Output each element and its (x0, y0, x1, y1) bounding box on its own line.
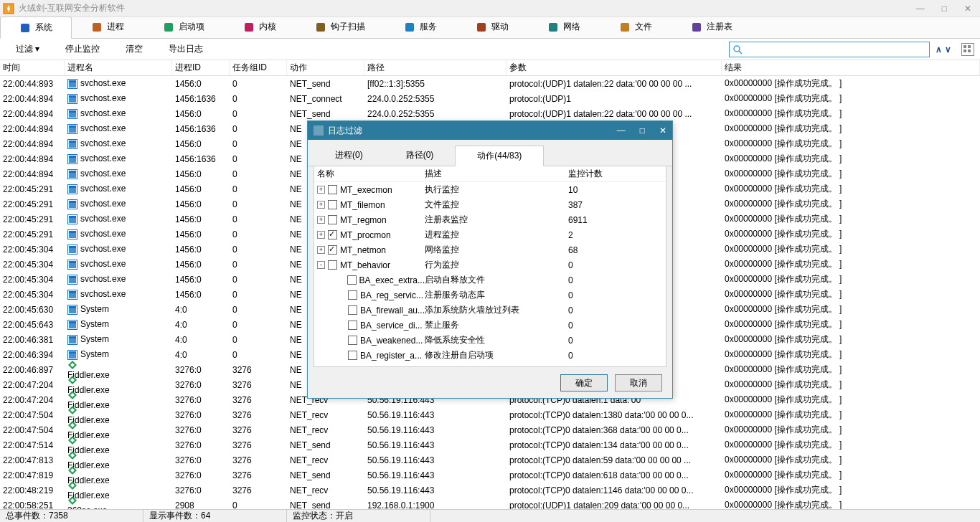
tree-toggle-icon[interactable]: + (317, 231, 325, 239)
dialog-title-bar[interactable]: 日志过滤 — □ ✕ (308, 121, 672, 140)
filter-item[interactable]: BA_exec_extra...启动自释放文件0 (314, 272, 666, 288)
dialog-close[interactable]: ✕ (659, 125, 666, 136)
filter-item[interactable]: BA_register_a...修改注册自启动项0 (314, 348, 666, 363)
ok-button[interactable]: 确定 (560, 374, 608, 392)
search-input[interactable] (743, 44, 926, 54)
col-params[interactable]: 参数 (507, 60, 722, 75)
tree-toggle-icon[interactable]: + (317, 186, 325, 194)
tab-5[interactable]: 服务 (385, 16, 456, 38)
table-row[interactable]: 22:00:44:894svchost.exe1456:16360NET_con… (0, 91, 980, 106)
checkbox[interactable] (348, 290, 357, 300)
checkbox[interactable] (328, 185, 337, 194)
col-result[interactable]: 结果 (722, 60, 980, 75)
search-box[interactable] (729, 42, 930, 57)
svg-rect-2 (21, 24, 29, 32)
filter-item[interactable]: +MT_netmon网络监控68 (314, 242, 666, 257)
close-button[interactable]: ✕ (964, 4, 971, 14)
main-tabs: 系统进程启动项内核钩子扫描服务驱动网络文件注册表 (0, 17, 980, 39)
col-task[interactable]: 任务组ID (230, 60, 287, 75)
dlg-col-count[interactable]: 监控计数 (568, 168, 626, 180)
filter-item[interactable]: +MT_filemon文件监控387 (314, 197, 666, 212)
checkbox[interactable] (328, 200, 337, 209)
filter-item[interactable]: +MT_execmon执行监控10 (314, 182, 666, 197)
col-process[interactable]: 进程名 (65, 60, 172, 75)
svg-rect-10 (621, 23, 629, 32)
checkbox[interactable] (328, 215, 337, 224)
checkbox[interactable] (328, 260, 337, 270)
tree-toggle-icon[interactable]: + (317, 216, 325, 224)
minimize-button[interactable]: — (916, 4, 925, 14)
tab-6[interactable]: 驱动 (456, 16, 528, 38)
tab-8[interactable]: 文件 (600, 16, 672, 38)
dlg-col-desc[interactable]: 描述 (425, 168, 568, 180)
maximize-button[interactable]: □ (942, 4, 947, 14)
tab-icon (547, 22, 559, 33)
table-row[interactable]: 22:00:44:894svchost.exe1456:00NET_send22… (0, 106, 980, 121)
checkbox[interactable] (348, 351, 357, 360)
tab-9[interactable]: 注册表 (672, 16, 752, 38)
svg-rect-6 (316, 23, 325, 32)
dlg-col-name[interactable]: 名称 (317, 168, 425, 180)
tree-toggle-icon[interactable]: - (317, 261, 325, 269)
svg-rect-16 (963, 49, 966, 52)
dialog-title: 日志过滤 (328, 125, 617, 137)
checkbox[interactable] (328, 230, 337, 239)
svg-line-13 (739, 51, 742, 54)
grid-view-button[interactable] (961, 43, 974, 56)
tree-toggle-icon[interactable]: + (317, 201, 325, 209)
col-time[interactable]: 时间 (0, 60, 65, 75)
export-log-button[interactable]: 导出日志 (159, 40, 213, 58)
svg-rect-8 (477, 23, 486, 32)
dialog-minimize[interactable]: — (617, 125, 626, 136)
filter-button[interactable]: 过滤 ▾ (6, 40, 50, 58)
svg-rect-35 (69, 201, 76, 203)
tree-toggle-icon[interactable]: + (317, 246, 325, 254)
dialog-tab-2[interactable]: 动作(44/83) (455, 146, 544, 166)
status-monitor: 监控状态：开启 (287, 510, 430, 522)
tab-1[interactable]: 进程 (72, 16, 143, 38)
nav-down-button[interactable]: ∨ (945, 44, 951, 54)
svg-rect-3 (93, 23, 101, 32)
tab-3[interactable]: 内核 (224, 16, 296, 38)
checkbox[interactable] (348, 305, 357, 315)
filter-item[interactable]: BA_weakened...降低系统安全性0 (314, 333, 666, 348)
nav-up-button[interactable]: ∧ (936, 44, 942, 54)
title-bar: 火绒剑-互联网安全分析软件 — □ ✕ (0, 0, 980, 17)
svg-rect-11 (692, 23, 701, 32)
col-action[interactable]: 动作 (287, 60, 364, 75)
checkbox[interactable] (348, 321, 357, 330)
svg-rect-15 (968, 45, 971, 48)
table-row[interactable]: 22:00:44:893svchost.exe1456:00NET_send[f… (0, 76, 980, 91)
table-row[interactable]: 22:00:58:251360se.exe29080NET_send192.16… (0, 498, 980, 509)
tab-2[interactable]: 启动项 (143, 16, 224, 38)
dialog-tab-0[interactable]: 进程(0) (314, 146, 385, 166)
tab-icon (91, 22, 103, 33)
svg-rect-7 (405, 23, 414, 32)
stop-monitor-button[interactable]: 停止监控 (55, 40, 110, 58)
tab-0[interactable]: 系统 (0, 16, 72, 39)
tab-7[interactable]: 网络 (528, 16, 600, 38)
filter-item[interactable]: -MT_behavior行为监控0 (314, 257, 666, 272)
checkbox[interactable] (348, 336, 357, 345)
cancel-button[interactable]: 取消 (615, 374, 662, 392)
clear-button[interactable]: 清空 (116, 40, 153, 58)
filter-icon (314, 125, 324, 136)
col-pid[interactable]: 进程ID (172, 60, 230, 75)
filter-item[interactable]: BA_firewall_au...添加系统防火墙放过列表0 (314, 303, 666, 318)
checkbox[interactable] (347, 275, 357, 285)
filter-item[interactable]: +MT_procmon进程监控2 (314, 227, 666, 242)
dialog-tabs: 进程(0)路径(0)动作(44/83) (308, 140, 672, 166)
filter-item[interactable]: +MT_regmon注册表监控6911 (314, 212, 666, 227)
svg-rect-47 (69, 291, 76, 293)
col-path[interactable]: 路径 (364, 60, 507, 75)
filter-item[interactable]: BA_service_di...禁止服务0 (314, 318, 666, 333)
dialog-tab-1[interactable]: 路径(0) (385, 146, 456, 166)
dialog-maximize[interactable]: □ (640, 125, 645, 136)
checkbox[interactable] (328, 245, 337, 255)
tab-4[interactable]: 钩子扫描 (296, 16, 385, 38)
svg-rect-45 (69, 276, 76, 278)
svg-point-12 (734, 46, 740, 52)
filter-item[interactable]: BA_reg_servic...注册服务动态库0 (314, 288, 666, 303)
dialog-body: 名称 描述 监控计数 +MT_execmon执行监控10+MT_filemon文… (314, 166, 666, 367)
svg-rect-19 (69, 80, 76, 82)
